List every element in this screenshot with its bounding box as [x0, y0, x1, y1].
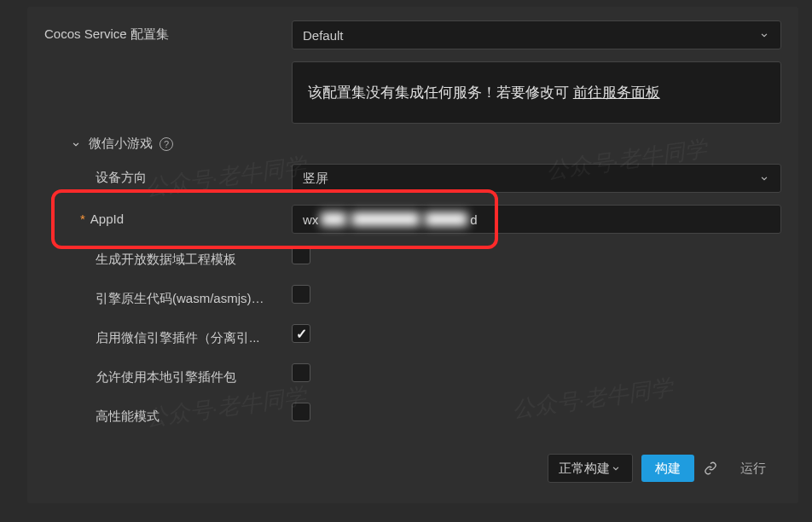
- chevron-down-icon: [70, 138, 82, 150]
- build-mode-value: 正常构建: [559, 461, 610, 477]
- local-plugin-label: 允许使用本地引擎插件包: [44, 363, 292, 391]
- orientation-value: 竖屏: [303, 171, 328, 187]
- config-notice: 该配置集没有集成任何服务！若要修改可 前往服务面板: [292, 61, 781, 124]
- config-set-value: Default: [303, 28, 344, 43]
- wechat-section-row: 微信小游戏 ?: [27, 136, 798, 152]
- build-button[interactable]: 构建: [641, 455, 694, 482]
- appid-prefix: wx: [303, 212, 318, 227]
- high-perf-label: 高性能模式: [44, 403, 292, 430]
- appid-masked-3: [425, 212, 467, 226]
- orientation-label: 设备方向: [44, 164, 292, 191]
- config-set-label: Cocos Service 配置集: [44, 20, 292, 48]
- orientation-select[interactable]: 竖屏: [292, 164, 781, 193]
- config-set-select[interactable]: Default: [292, 20, 781, 49]
- config-set-row: Cocos Service 配置集 Default: [27, 20, 798, 49]
- high-perf-checkbox[interactable]: [292, 403, 310, 421]
- build-panel: Cocos Service 配置集 Default 该配置集没有集成任何服务！若…: [27, 7, 798, 503]
- link-icon[interactable]: [703, 461, 718, 476]
- help-icon[interactable]: ?: [160, 137, 173, 151]
- wx-engine-plugin-label: 启用微信引擎插件（分离引...: [96, 330, 260, 346]
- chevron-down-icon: [758, 172, 770, 184]
- config-notice-row: 该配置集没有集成任何服务！若要修改可 前往服务面板: [27, 61, 798, 124]
- high-perf-row: 高性能模式: [27, 403, 798, 430]
- appid-suffix: d: [470, 212, 477, 227]
- local-plugin-checkbox[interactable]: [292, 363, 310, 382]
- required-star: *: [80, 212, 85, 226]
- service-panel-link[interactable]: 前往服务面板: [573, 84, 660, 101]
- open-data-checkbox[interactable]: [292, 246, 310, 264]
- run-button[interactable]: 运行: [727, 455, 780, 482]
- appid-row: * AppId wx d: [27, 205, 798, 234]
- native-code-checkbox[interactable]: [292, 285, 310, 304]
- local-plugin-row: 允许使用本地引擎插件包: [27, 363, 798, 391]
- appid-masked-1: [321, 212, 346, 226]
- open-data-label: 生成开放数据域工程模板: [44, 246, 292, 273]
- appid-masked-2: [351, 212, 420, 226]
- orientation-row: 设备方向 竖屏: [27, 164, 798, 193]
- appid-label: AppId: [90, 212, 124, 226]
- footer: 正常构建 构建 运行: [27, 442, 798, 483]
- chevron-down-icon: [758, 29, 770, 41]
- native-code-row: 引擎原生代码(wasm/asmjs)分包: [27, 285, 798, 312]
- wx-engine-plugin-checkbox[interactable]: [292, 324, 310, 343]
- wx-engine-plugin-row: 启用微信引擎插件（分离引...: [27, 324, 798, 351]
- wechat-section-toggle[interactable]: 微信小游戏 ?: [44, 136, 173, 152]
- wechat-section-title: 微信小游戏: [89, 136, 153, 152]
- native-code-label: 引擎原生代码(wasm/asmjs)分包: [96, 291, 275, 307]
- chevron-down-icon: [610, 462, 622, 474]
- config-notice-text: 该配置集没有集成任何服务！若要修改可: [308, 84, 569, 101]
- build-mode-select[interactable]: 正常构建: [548, 454, 633, 483]
- open-data-row: 生成开放数据域工程模板: [27, 246, 798, 273]
- appid-input[interactable]: wx d: [292, 205, 781, 234]
